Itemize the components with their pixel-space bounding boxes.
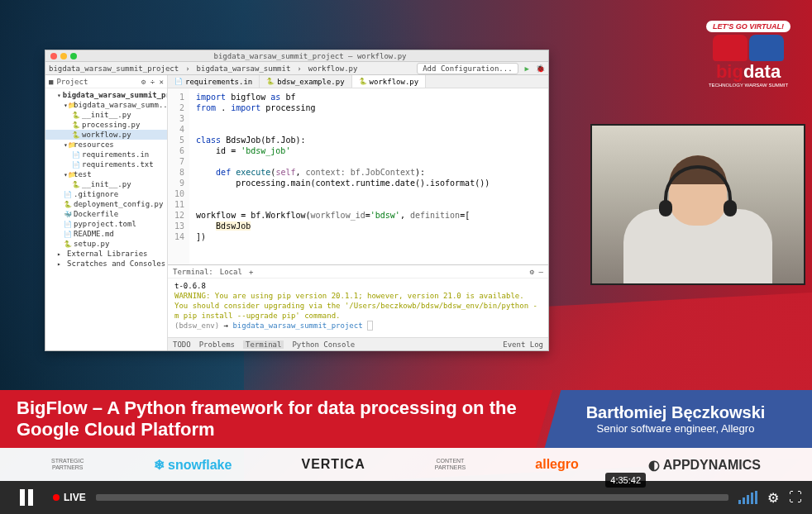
window-maximize-icon[interactable] — [70, 53, 77, 59]
sponsor-snowflake: ❄ snowflake — [154, 457, 232, 473]
tree-deploy[interactable]: 🐍deployment_config.py — [45, 199, 167, 209]
badge-title: bigdata — [716, 61, 781, 83]
badge-tagline: LET'S GO VIRTUAL! — [706, 21, 791, 32]
live-indicator[interactable]: LIVE — [53, 492, 86, 503]
speaker-role: Senior software engineer, Allegro — [597, 422, 755, 435]
speaker-name: Bartłomiej Bęczkowski — [586, 403, 766, 422]
tab-bdsw-example[interactable]: 🐍bdsw_example.py — [260, 75, 351, 88]
sponsor-appdynamics: ◐ APPDYNAMICS — [648, 457, 761, 473]
sponsor-bar: STRATEGIC PARTNERS ❄ snowflake VERTICA C… — [0, 448, 812, 481]
window-close-icon[interactable] — [50, 53, 57, 59]
breadcrumb-module[interactable]: bigdata_warsaw_summit — [197, 64, 291, 73]
terminal-panel: Terminal: Local + ⚙ — t-0.6.8 WARNING: Y… — [168, 264, 548, 337]
terminal-label: Terminal: — [173, 268, 213, 276]
bottom-tab-terminal[interactable]: Terminal — [243, 340, 284, 349]
tree-file-processing[interactable]: 🐍processing.py — [45, 120, 167, 130]
tree-root[interactable]: ▾bigdata_warsaw_summit_project — [45, 90, 167, 100]
terminal-settings-icon[interactable]: ⚙ — [530, 268, 534, 276]
add-configuration-button[interactable]: Add Configuration... — [417, 63, 518, 74]
terminal-minimize-icon[interactable]: — — [539, 268, 543, 276]
elephant-red-icon — [713, 35, 748, 61]
tree-resources[interactable]: ▾📁resources — [45, 140, 167, 150]
tree-setup[interactable]: 🐍setup.py — [45, 239, 167, 249]
tab-workflow[interactable]: 🐍workflow.py — [352, 75, 427, 88]
terminal-output[interactable]: t-0.6.8 WARNING: You are using pip versi… — [168, 278, 548, 333]
sponsor-allegro: allegro — [535, 457, 578, 472]
seek-bar[interactable]: 4:35:42 — [96, 494, 728, 501]
presentation-title: BigFlow – A Python framework for data pr… — [17, 397, 547, 440]
bottom-event-log[interactable]: Event Log — [503, 340, 543, 349]
video-player-controls: LIVE 4:35:42 ⚙ ⛶ — [0, 481, 812, 514]
label-strategic-partners: STRATEGIC PARTNERS — [51, 458, 84, 470]
settings-icon[interactable]: ⚙ — [767, 490, 779, 506]
speaker-webcam — [590, 124, 805, 285]
event-logo-badge: LET'S GO VIRTUAL! bigdata TECHNOLOGY WAR… — [695, 21, 802, 95]
bottom-tab-problems[interactable]: Problems — [199, 340, 235, 349]
window-minimize-icon[interactable] — [60, 53, 67, 59]
ide-window: bigdata_warsaw_summit_project – workflow… — [45, 50, 549, 351]
ide-path-bar: bigdata_warsaw_summit_project › bigdata_… — [45, 62, 548, 75]
tree-package[interactable]: ▾📁bigdata_warsaw_summ... — [45, 100, 167, 110]
elephants-icon — [713, 35, 784, 61]
tree-pyproject[interactable]: 📄pyproject.toml — [45, 219, 167, 229]
window-title: bigdata_warsaw_summit_project – workflow… — [214, 52, 407, 60]
bottom-tab-python-console[interactable]: Python Console — [292, 340, 355, 349]
line-gutter: 1234567891011121314 — [168, 88, 189, 264]
sidebar-header[interactable]: ■Project⚙ ÷ ✕ — [45, 75, 167, 88]
editor-tabs: 📄requirements.in 🐍bdsw_example.py 🐍workf… — [168, 75, 548, 88]
terminal-add-tab[interactable]: + — [249, 268, 253, 276]
lower-third-banner: BigFlow – A Python framework for data pr… — [0, 390, 812, 448]
project-sidebar: ■Project⚙ ÷ ✕ ▾bigdata_warsaw_summit_pro… — [45, 75, 168, 350]
tree-external-libs[interactable]: ▸External Libraries — [45, 249, 167, 259]
sponsor-vertica: VERTICA — [301, 457, 365, 472]
tree-file-reqin[interactable]: 📄requirements.in — [45, 150, 167, 159]
debug-icon[interactable]: 🐞 — [536, 64, 545, 73]
breadcrumb-file[interactable]: workflow.py — [308, 64, 358, 73]
tree-file-reqtxt[interactable]: 📄requirements.txt — [45, 159, 167, 169]
tree-scratches[interactable]: ▸Scratches and Consoles — [45, 259, 167, 269]
bottom-tool-tabs: TODO Problems Terminal Python Console Ev… — [168, 337, 548, 350]
code-content[interactable]: import bigflow as bf from . import proce… — [189, 88, 490, 264]
project-tree: ▾bigdata_warsaw_summit_project ▾📁bigdata… — [45, 88, 167, 270]
live-dot-icon — [53, 494, 60, 501]
editor-pane: 📄requirements.in 🐍bdsw_example.py 🐍workf… — [168, 75, 548, 350]
bottom-tab-todo[interactable]: TODO — [173, 340, 191, 349]
tree-gitignore[interactable]: 📄.gitignore — [45, 189, 167, 199]
pause-button[interactable] — [10, 486, 43, 509]
time-tooltip: 4:35:42 — [605, 473, 646, 488]
tree-test[interactable]: ▾📁test — [45, 169, 167, 179]
breadcrumb-project[interactable]: bigdata_warsaw_summit_project — [49, 64, 179, 73]
ide-titlebar: bigdata_warsaw_summit_project – workflow… — [45, 50, 548, 62]
label-content-partners: CONTENT PARTNERS — [435, 458, 466, 470]
run-icon[interactable]: ▶ — [525, 64, 529, 73]
tree-readme[interactable]: 📄README.md — [45, 229, 167, 239]
code-editor[interactable]: 1234567891011121314 import bigflow as bf… — [168, 88, 548, 264]
tree-file-init[interactable]: 🐍__init__.py — [45, 110, 167, 120]
volume-icon[interactable] — [738, 491, 757, 504]
tree-dockerfile[interactable]: 🐳Dockerfile — [45, 209, 167, 219]
terminal-tab-local[interactable]: Local — [220, 268, 242, 276]
tree-test-init[interactable]: 🐍__init__.py — [45, 179, 167, 189]
tab-requirements[interactable]: 📄requirements.in — [168, 75, 260, 88]
fullscreen-icon[interactable]: ⛶ — [789, 490, 802, 505]
elephant-blue-icon — [749, 35, 784, 61]
tree-file-workflow[interactable]: 🐍workflow.py — [45, 130, 167, 140]
pause-icon — [20, 489, 33, 506]
badge-subtitle: TECHNOLOGY WARSAW SUMMIT — [709, 83, 788, 88]
